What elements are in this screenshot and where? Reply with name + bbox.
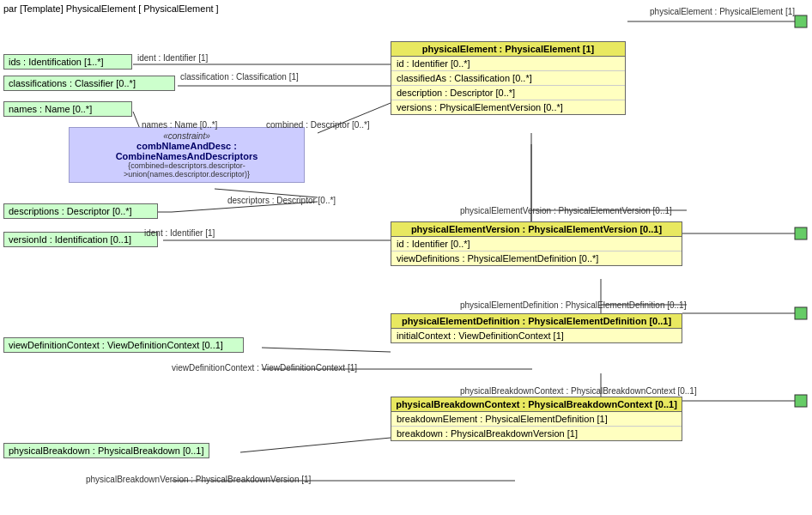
classifications-label: classifications : Classifier [0..*]	[4, 76, 174, 90]
svg-rect-24	[795, 395, 807, 407]
constraint-box: «constraint» combNlameAndDesc : CombineN…	[69, 127, 305, 183]
svg-line-20	[240, 438, 391, 452]
ident-label: ident : Identifier [1]	[137, 53, 208, 63]
top-right-label: physicalElement : PhysicalElement [1]	[650, 7, 795, 16]
version-box-header: physicalElementVersion : PhysicalElement…	[391, 222, 682, 237]
breakdown-row-1: breakdown : PhysicalBreakdownVersion [1]	[391, 427, 682, 440]
versionId-label: versionId : Identification [0..1]	[4, 233, 157, 246]
version-row-1: viewDefinitions : PhysicalElementDefinit…	[391, 251, 682, 265]
classification-label: classification : Classification [1]	[180, 72, 299, 82]
descriptions-label: descriptions : Descriptor [0..*]	[4, 204, 157, 218]
names-label: names : Name [0..*]	[4, 102, 131, 116]
combined-label: combined : Descriptor [0..*]	[266, 120, 370, 130]
ids-box: ids : Identification [1..*]	[3, 54, 132, 70]
physBreakdownCtx-label: physicalBreakdownContext : PhysicalBreak…	[460, 386, 697, 396]
physBreakdownVer-label: physicalBreakdownVersion : PhysicalBreak…	[86, 475, 311, 484]
breakdown-context-box: physicalBreakdownContext : PhysicalBreak…	[391, 397, 682, 441]
main-box: physicalElement : PhysicalElement [1] id…	[391, 41, 626, 115]
breakdown-row-0: breakdownElement : PhysicalElementDefini…	[391, 412, 682, 427]
ids-label: ids : Identification [1..*]	[4, 55, 131, 69]
classifications-box: classifications : Classifier [0..*]	[3, 76, 175, 91]
constraint-stereotype: «constraint»	[76, 131, 297, 141]
physicalBreakdown-label: physicalBreakdown : PhysicalBreakdown [0…	[4, 444, 209, 457]
names-box: names : Name [0..*]	[3, 101, 132, 117]
version-box: physicalElementVersion : PhysicalElement…	[391, 221, 682, 266]
constraint-detail: {combined=descriptors.descriptor->union(…	[76, 161, 297, 179]
physElementDef-label: physicalElementDefinition : PhysicalElem…	[460, 300, 686, 310]
physicalBreakdown-box: physicalBreakdown : PhysicalBreakdown [0…	[3, 443, 209, 458]
definition-box-header: physicalElementDefinition : PhysicalElem…	[391, 314, 682, 329]
main-row-3: versions : PhysicalElementVersion [0..*]	[391, 100, 625, 114]
physElementVersion-label: physicalElementVersion : PhysicalElement…	[460, 206, 672, 215]
svg-line-17	[262, 348, 391, 352]
main-row-0: id : Identifier [0..*]	[391, 57, 625, 71]
version-row-0: id : Identifier [0..*]	[391, 237, 682, 251]
descriptors-label: descriptors : Descriptor [0..*]	[227, 196, 336, 205]
main-row-1: classifiedAs : Classification [0..*]	[391, 71, 625, 86]
ident2-label: ident : Identifier [1]	[144, 228, 215, 238]
diagram-title: par [Template] PhysicalElement [ Physica…	[3, 3, 219, 14]
svg-rect-0	[795, 15, 807, 27]
viewDefContext-label: viewDefinitionContext : ViewDefinitionCo…	[4, 338, 243, 352]
descriptions-box: descriptions : Descriptor [0..*]	[3, 203, 158, 219]
diagram-container: par [Template] PhysicalElement [ Physica…	[0, 0, 812, 515]
names-edge-label: names : Name [0..*]	[142, 120, 217, 130]
breakdown-context-header: physicalBreakdownContext : PhysicalBreak…	[391, 397, 682, 412]
constraint-name: combNlameAndDesc : CombineNamesAndDescri…	[76, 141, 297, 161]
svg-rect-23	[795, 307, 807, 319]
main-row-2: description : Descriptor [0..*]	[391, 86, 625, 100]
svg-rect-22	[795, 227, 807, 239]
main-box-header: physicalElement : PhysicalElement [1]	[391, 42, 625, 57]
viewDefContext-edge-label: viewDefinitionContext : ViewDefinitionCo…	[172, 363, 357, 373]
viewDefContext-box: viewDefinitionContext : ViewDefinitionCo…	[3, 337, 244, 353]
definition-row-0: initialContext : ViewDefinitionContext […	[391, 329, 682, 342]
versionId-box: versionId : Identification [0..1]	[3, 232, 158, 247]
definition-box: physicalElementDefinition : PhysicalElem…	[391, 313, 682, 343]
